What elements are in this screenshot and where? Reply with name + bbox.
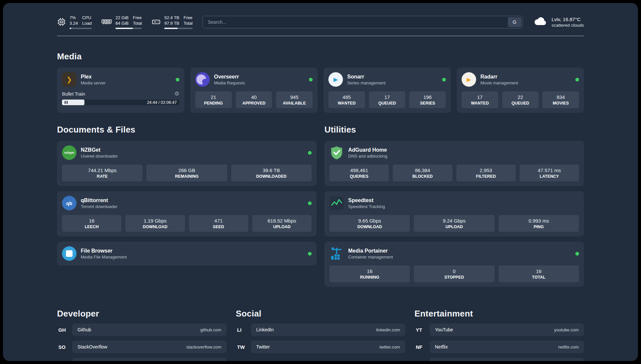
radarr-icon: ▶ xyxy=(462,72,476,87)
cpu-load-label: Load xyxy=(82,20,92,26)
plex-card[interactable]: ❯ Plex Media server Bullet Train ⚙ 24:44… xyxy=(57,68,184,113)
cpu-percent: 7% xyxy=(70,15,78,20)
now-playing-title: Bullet Train xyxy=(62,91,85,97)
stat-box: 498,461 QUERIES xyxy=(329,165,389,181)
cpu-icon xyxy=(57,17,66,26)
topbar-divider xyxy=(57,36,584,36)
bookmark-row: NF Netflix netflix.com xyxy=(414,341,584,353)
disk-free-value: 52.4 TB xyxy=(164,15,179,20)
disk-total-label: Total xyxy=(184,20,193,26)
section-title-social: Social xyxy=(236,309,405,319)
utilities-column: Utilities AdGuard Home DNS and adblockin… xyxy=(324,125,584,287)
gear-icon[interactable]: ⚙ xyxy=(174,91,179,97)
app-name: Overseerr xyxy=(214,74,245,80)
stat-box: 17 QUEUED xyxy=(369,91,406,108)
app-name: qBittorrent xyxy=(81,197,117,203)
stat-box: 618.52 Mbps UPLOAD xyxy=(252,215,312,232)
entertainment-bookmarks: Entertainment YT YouTube youtube.com NF … xyxy=(414,309,584,361)
playback-progress-bar[interactable]: 24:44 / 02:06:47 xyxy=(62,100,179,105)
stat-box: 21 PENDING xyxy=(195,91,232,108)
stat-box: 0 STOPPED xyxy=(414,265,494,282)
ram-total-label: Total xyxy=(133,20,142,26)
app-name: Sonarr xyxy=(347,74,385,80)
stat-box: 22 QUEUED xyxy=(502,91,539,108)
bookmark-link-youtube[interactable]: YouTube youtube.com xyxy=(430,323,584,336)
section-title-entertainment: Entertainment xyxy=(414,309,584,319)
adguard-shield-icon xyxy=(329,145,344,160)
cpu-load-value: 3.24 xyxy=(70,20,78,26)
qbittorrent-icon: qb xyxy=(62,196,76,210)
qbittorrent-card[interactable]: qb qBittorrent Torrent downloader 16 LEE… xyxy=(57,191,317,236)
app-name: Radarr xyxy=(480,74,518,80)
overseerr-icon xyxy=(195,72,210,87)
bookmark-link-stackoverflow[interactable]: StackOverflow stackoverflow.com xyxy=(72,341,227,353)
nzbget-icon: nzbget xyxy=(62,145,76,160)
disk-total-value: 97.9 TB xyxy=(164,20,179,26)
weather-condition: scattered clouds xyxy=(552,23,584,28)
disk-free-label: Free xyxy=(184,15,193,20)
topbar: 7% 3.24 CPU Load xyxy=(57,13,584,29)
overseerr-card[interactable]: Overseerr Media Requests 21 PENDING 40 A… xyxy=(190,68,318,113)
bookmark-row: DT DEV dev.to xyxy=(57,358,227,361)
bookmark-abbr: TW xyxy=(236,344,251,350)
bookmark-row: RE Reddit reddit.com xyxy=(414,358,584,361)
filebrowser-card[interactable]: File Browser Media File Management xyxy=(57,242,317,265)
stat-box: 16 RUNNING xyxy=(329,265,410,282)
app-subtitle: Torrent downloader xyxy=(81,204,117,209)
bookmark-link-github[interactable]: Github github.com xyxy=(72,323,227,336)
app-subtitle: Usenet downloader xyxy=(81,154,118,159)
cpu-usage-bar xyxy=(70,28,92,29)
bookmark-link-dev[interactable]: DEV dev.to xyxy=(72,358,227,361)
portainer-card[interactable]: Media Portainer Container management 16 … xyxy=(324,242,584,287)
disk-widget: 52.4 TB 97.9 TB Free Total xyxy=(152,15,193,29)
search-input[interactable] xyxy=(203,16,506,28)
bookmark-link-twitter[interactable]: Twitter twitter.com xyxy=(251,341,405,353)
bookmark-row: GH Github github.com xyxy=(57,323,227,336)
radarr-card[interactable]: ▶ Radarr Movie management 17 WANTED 22 Q… xyxy=(457,68,584,113)
speedtest-card[interactable]: Speedtest Speedtest Tracking 9.65 Gbps D… xyxy=(324,191,584,236)
media-grid: ❯ Plex Media server Bullet Train ⚙ 24:44… xyxy=(57,68,584,113)
ram-widget: 22 GiB 64 GiB Free Total xyxy=(102,15,142,29)
app-subtitle: DNS and adblocking xyxy=(348,154,387,159)
status-dot xyxy=(575,252,579,256)
stat-box: 744.21 Mbps RATE xyxy=(62,165,142,181)
status-dot xyxy=(308,201,312,205)
bookmark-row: YT YouTube youtube.com xyxy=(414,323,584,336)
adguard-card[interactable]: AdGuard Home DNS and adblocking 498,461 … xyxy=(324,141,584,186)
pause-icon[interactable] xyxy=(65,101,68,104)
app-name: NZBGet xyxy=(81,147,118,153)
status-dot xyxy=(309,78,313,81)
bookmark-row: SO StackOverflow stackoverflow.com xyxy=(57,341,227,353)
stat-box: 196 SERIES xyxy=(409,91,446,108)
status-dot xyxy=(176,78,179,81)
disk-usage-bar xyxy=(164,28,193,29)
app-name: Plex xyxy=(81,74,106,80)
stat-box: 17 WANTED xyxy=(462,91,498,108)
filebrowser-icon xyxy=(62,246,76,261)
section-title-documents: Documents & Files xyxy=(57,125,317,135)
bookmark-link-netflix[interactable]: Netflix netflix.com xyxy=(430,341,584,353)
developer-bookmarks: Developer GH Github github.com SO StackO… xyxy=(57,309,227,361)
bookmark-abbr: GH xyxy=(57,327,72,333)
ram-free-value: 22 GiB xyxy=(115,15,129,20)
bookmark-link-linkedin[interactable]: LinkedIn linkedin.com xyxy=(251,323,405,336)
ram-total-value: 64 GiB xyxy=(115,20,129,26)
portainer-crane-icon xyxy=(329,246,344,261)
cpu-widget: 7% 3.24 CPU Load xyxy=(57,15,92,29)
app-subtitle: Media File Management xyxy=(81,255,127,259)
nzbget-card[interactable]: nzbget NZBGet Usenet downloader 744.21 M… xyxy=(57,141,317,186)
stat-box: 16 TOTAL xyxy=(499,265,579,282)
section-title-developer: Developer xyxy=(57,309,227,319)
bookmark-link-reddit[interactable]: Reddit reddit.com xyxy=(430,358,584,361)
weather-widget: Lviv, 16.87°C scattered clouds xyxy=(533,16,584,28)
bookmark-abbr: SO xyxy=(57,344,72,350)
stat-box: 266 GB REMAINING xyxy=(146,165,227,181)
stat-box: 9.24 Gbps UPLOAD xyxy=(414,215,494,232)
sonarr-card[interactable]: ▶ Sonarr Series management 485 WANTED 17… xyxy=(323,68,451,113)
search-engine-button[interactable]: G xyxy=(508,17,522,27)
documents-column: Documents & Files nzbget NZBGet Usenet d… xyxy=(57,125,317,287)
bookmark-abbr: LI xyxy=(236,327,251,333)
speedtest-chart-icon xyxy=(329,196,344,210)
stat-box: 485 WANTED xyxy=(328,91,365,108)
stat-box: 40 APPROVED xyxy=(236,91,272,108)
